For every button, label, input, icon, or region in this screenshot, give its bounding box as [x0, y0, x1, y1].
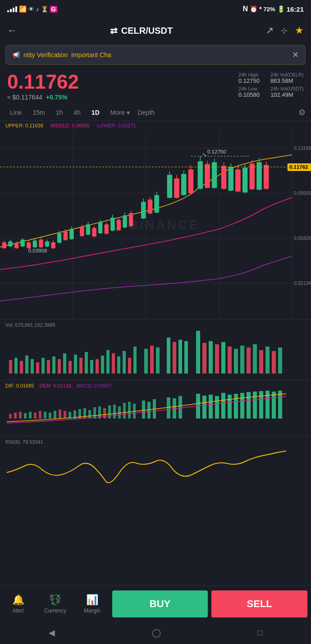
svg-rect-131 — [228, 347, 232, 374]
svg-rect-134 — [247, 347, 251, 374]
share-icon[interactable]: ↗ — [265, 25, 274, 36]
system-nav: ◀ ◯ □ — [0, 621, 311, 644]
svg-rect-156 — [88, 410, 91, 419]
svg-rect-101 — [41, 358, 45, 374]
price-left: 0.11762 ≈ $0.117644 +0.75% — [7, 72, 79, 101]
banner-text: ntity Verification — [23, 51, 68, 59]
svg-rect-116 — [123, 351, 126, 374]
svg-text:0.13189: 0.13189 — [294, 146, 311, 151]
dem-label: DEM: 0.01118 — [40, 383, 71, 388]
svg-rect-146 — [39, 411, 41, 419]
swap-icon: ⇄ — [110, 25, 118, 36]
tab-1d[interactable]: 1D — [87, 106, 104, 119]
header-title: ⇄ CELR/USDT — [110, 25, 173, 36]
back-system-button[interactable]: ◀ — [38, 624, 66, 641]
header-icons: ↗ ⊹ ★ — [265, 25, 304, 36]
svg-rect-103 — [52, 356, 55, 374]
bottom-nav: 🔔 Alert 💱 Currency 📊 Margin BUY SELL — [0, 585, 311, 621]
svg-text:0.02134: 0.02134 — [294, 281, 311, 286]
volume-section: Vol: 570,061,192.3999 — [0, 319, 311, 380]
svg-rect-114 — [112, 353, 115, 374]
svg-rect-121 — [156, 347, 160, 374]
tab-more[interactable]: More ▾ — [106, 106, 134, 119]
svg-rect-106 — [69, 361, 72, 374]
music-icon: ♪ — [36, 6, 39, 13]
alert-icon: 🔔 — [12, 594, 24, 606]
volume-label: Vol: 570,061,192.3999 — [5, 321, 306, 329]
svg-rect-148 — [49, 413, 51, 419]
svg-rect-160 — [108, 405, 111, 419]
svg-rect-157 — [93, 407, 96, 419]
status-right: N ⏰ * 72% 🔋 16:21 — [243, 5, 304, 13]
stat-row-2: 24h Low 0.10580 24h Vol(USDT) 102.49M — [238, 86, 304, 98]
svg-rect-120 — [150, 346, 154, 374]
bb-middle: MIDDLE: 0.06955 — [50, 123, 90, 128]
svg-rect-126 — [196, 331, 200, 374]
svg-rect-104 — [58, 359, 61, 374]
bb-lower: LOWER: 0.02271 — [97, 123, 136, 128]
alert-nav-item[interactable]: 🔔 Alert — [0, 592, 36, 616]
favorite-icon[interactable]: ★ — [295, 25, 304, 36]
svg-text:0.03958: 0.03958 — [28, 248, 47, 253]
status-left: 📶 👁 ♪ ⏳ G — [7, 5, 57, 13]
macd-value-label: MACD: 0.00567 — [77, 383, 112, 388]
svg-text:0.12750: 0.12750 — [207, 149, 226, 154]
buy-button[interactable]: BUY — [112, 590, 208, 617]
tab-line[interactable]: Line — [5, 106, 26, 119]
currency-nav-item[interactable]: 💱 Currency — [36, 592, 74, 616]
macd-section: DIF: 0.01685 DEM: 0.01118 MACD: 0.00567 — [0, 380, 311, 436]
tab-4h[interactable]: 4h — [69, 106, 85, 119]
svg-rect-98 — [25, 356, 28, 374]
currency-icon: 💱 — [49, 594, 61, 606]
bollinger-labels: UPPER: 0.11638 MIDDLE: 0.06955 LOWER: 0.… — [0, 121, 311, 130]
sell-button[interactable]: SELL — [211, 590, 307, 617]
tab-depth[interactable]: Depth — [138, 109, 155, 116]
banner-close-button[interactable]: ✕ — [292, 50, 299, 60]
svg-rect-182 — [259, 391, 263, 419]
trading-pair: CELR/USDT — [121, 26, 173, 36]
svg-rect-176 — [221, 393, 225, 419]
bluetooth-icon: * — [259, 5, 261, 13]
svg-rect-155 — [83, 408, 86, 419]
rsi-label: RSI(6): 79.53341 — [5, 438, 306, 446]
svg-rect-105 — [63, 353, 66, 374]
tab-15m[interactable]: 15m — [28, 106, 49, 119]
svg-rect-161 — [113, 405, 116, 419]
svg-rect-149 — [54, 411, 56, 419]
status-bar: 📶 👁 ♪ ⏳ G N ⏰ * 72% 🔋 16:21 — [0, 0, 311, 18]
tab-1h[interactable]: 1h — [51, 106, 68, 119]
chart-tabs: Line 15m 1h 4h 1D More ▾ Depth ⚙ — [0, 104, 311, 121]
svg-rect-110 — [90, 360, 93, 374]
svg-rect-102 — [47, 360, 50, 374]
svg-rect-125 — [184, 341, 188, 374]
svg-rect-173 — [202, 396, 206, 419]
svg-rect-136 — [259, 350, 263, 374]
svg-rect-96 — [14, 358, 18, 374]
svg-text:0.11762: 0.11762 — [289, 164, 308, 170]
svg-rect-169 — [167, 397, 170, 419]
bb-upper: UPPER: 0.11638 — [5, 123, 43, 128]
back-button[interactable]: ← — [7, 25, 17, 36]
svg-rect-109 — [85, 352, 88, 374]
margin-label: Margin — [84, 608, 101, 614]
svg-rect-151 — [64, 411, 66, 419]
price-usd: ≈ $0.117644 — [7, 94, 42, 101]
collapse-icon[interactable]: ⊹ — [281, 26, 288, 36]
settings-icon[interactable]: ⚙ — [298, 108, 306, 117]
price-usd-row: ≈ $0.117644 +0.75% — [7, 94, 79, 101]
svg-rect-132 — [234, 349, 238, 374]
margin-nav-item[interactable]: 📊 Margin — [74, 592, 110, 616]
home-system-button[interactable]: ◯ — [141, 624, 172, 641]
svg-rect-166 — [142, 401, 145, 419]
svg-rect-124 — [178, 340, 182, 374]
svg-rect-107 — [74, 355, 77, 374]
svg-rect-177 — [228, 395, 232, 419]
main-chart[interactable]: 0.12750 0.03958 0.13189 0.09505 0.05820 … — [0, 130, 311, 319]
stat-vol-celr: 24h Vol(CELR) 863.58M — [270, 72, 303, 84]
svg-rect-138 — [272, 351, 276, 374]
recents-system-button[interactable]: □ — [247, 625, 274, 641]
svg-rect-100 — [36, 362, 39, 374]
svg-rect-127 — [202, 343, 206, 374]
svg-rect-108 — [79, 358, 82, 374]
price-stats: 24h High 0.12750 24h Vol(CELR) 863.58M 2… — [238, 72, 304, 98]
